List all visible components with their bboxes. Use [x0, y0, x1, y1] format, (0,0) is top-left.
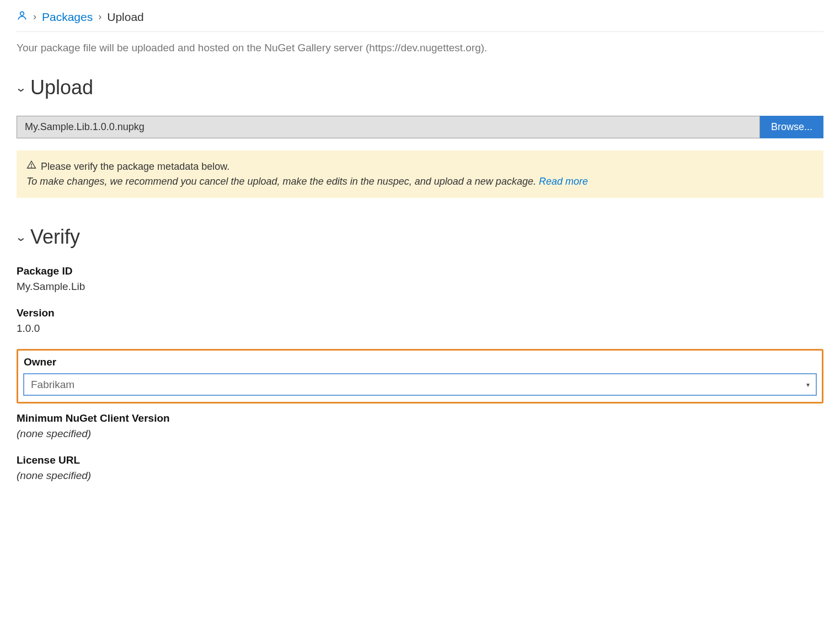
field-min-client: Minimum NuGet Client Version (none speci… [17, 412, 823, 440]
field-label-owner: Owner [24, 356, 816, 368]
alert-text-line2: To make changes, we recommend you cancel… [26, 176, 539, 187]
alert-text-line1: Please verify the package metadata below… [41, 159, 229, 174]
upload-file-row: My.Sample.Lib.1.0.0.nupkg Browse... [17, 116, 823, 138]
field-label-min-client: Minimum NuGet Client Version [17, 412, 823, 424]
field-owner-highlighted: Owner Fabrikam [17, 349, 823, 404]
page-description: Your package file will be uploaded and h… [17, 42, 823, 54]
breadcrumb-current: Upload [107, 10, 144, 24]
read-more-link[interactable]: Read more [539, 176, 588, 187]
verify-section-title: Verify [30, 225, 80, 249]
owner-select[interactable]: Fabrikam [24, 374, 816, 395]
field-package-id: Package ID My.Sample.Lib [17, 265, 823, 293]
field-version: Version 1.0.0 [17, 307, 823, 335]
field-value-package-id: My.Sample.Lib [17, 281, 823, 293]
field-value-min-client: (none specified) [17, 428, 823, 440]
field-label-license-url: License URL [17, 454, 823, 466]
chevron-down-icon: ⌄ [15, 230, 27, 244]
svg-point-0 [20, 12, 24, 15]
chevron-down-icon: ⌄ [15, 81, 27, 94]
upload-filename-display: My.Sample.Lib.1.0.0.nupkg [17, 116, 760, 138]
upload-section-title: Upload [30, 76, 93, 99]
warning-icon [26, 159, 36, 174]
browse-button[interactable]: Browse... [760, 116, 823, 138]
upload-section-header[interactable]: ⌄ Upload [17, 76, 823, 99]
breadcrumb-separator-icon: › [33, 11, 36, 23]
svg-point-2 [31, 166, 32, 167]
field-license-url: License URL (none specified) [17, 454, 823, 482]
field-label-package-id: Package ID [17, 265, 823, 277]
breadcrumb-separator-icon: › [98, 11, 101, 23]
verify-section-header[interactable]: ⌄ Verify [17, 225, 823, 249]
field-label-version: Version [17, 307, 823, 319]
breadcrumb: › Packages › Upload [17, 10, 823, 32]
verify-alert: Please verify the package metadata below… [17, 150, 823, 198]
field-value-version: 1.0.0 [17, 322, 823, 335]
breadcrumb-packages-link[interactable]: Packages [42, 10, 93, 24]
field-value-license-url: (none specified) [17, 470, 823, 482]
user-icon[interactable] [17, 10, 28, 24]
